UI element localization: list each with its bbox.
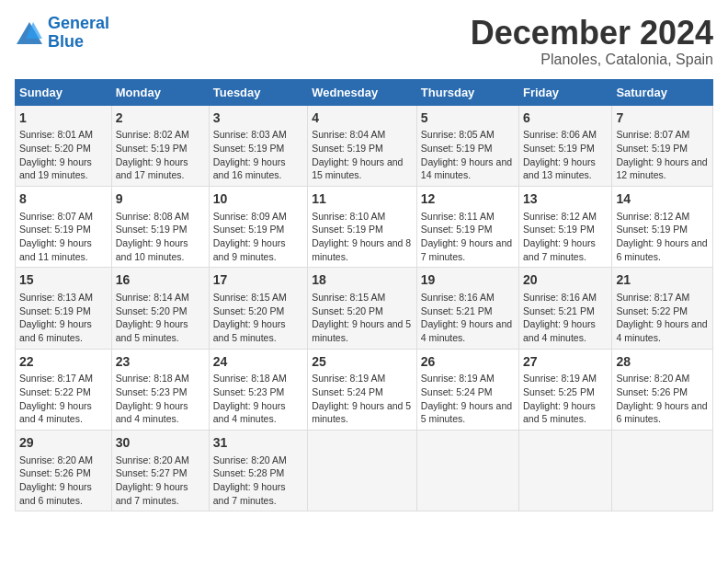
week-row-4: 22Sunrise: 8:17 AMSunset: 5:22 PMDayligh… [16, 349, 713, 430]
table-row: 3Sunrise: 8:03 AMSunset: 5:19 PMDaylight… [209, 105, 307, 186]
table-row: 21Sunrise: 8:17 AMSunset: 5:22 PMDayligh… [612, 268, 713, 349]
table-row: 19Sunrise: 8:16 AMSunset: 5:21 PMDayligh… [416, 268, 518, 349]
table-row: 24Sunrise: 8:18 AMSunset: 5:23 PMDayligh… [209, 349, 307, 430]
col-wednesday: Wednesday [308, 79, 417, 105]
table-row: 27Sunrise: 8:19 AMSunset: 5:25 PMDayligh… [519, 349, 612, 430]
col-monday: Monday [111, 79, 209, 105]
subtitle: Planoles, Catalonia, Spain [471, 52, 713, 68]
table-row: 28Sunrise: 8:20 AMSunset: 5:26 PMDayligh… [612, 349, 713, 430]
logo-line1: General [48, 14, 109, 32]
week-row-3: 15Sunrise: 8:13 AMSunset: 5:19 PMDayligh… [16, 268, 713, 349]
table-row: 22Sunrise: 8:17 AMSunset: 5:22 PMDayligh… [16, 349, 112, 430]
table-row: 1Sunrise: 8:01 AMSunset: 5:20 PMDaylight… [16, 105, 112, 186]
table-row: 20Sunrise: 8:16 AMSunset: 5:21 PMDayligh… [519, 268, 612, 349]
table-row [612, 430, 713, 511]
table-row: 10Sunrise: 8:09 AMSunset: 5:19 PMDayligh… [209, 186, 307, 267]
logo-line2: Blue [48, 32, 84, 51]
table-row: 23Sunrise: 8:18 AMSunset: 5:23 PMDayligh… [111, 349, 209, 430]
col-tuesday: Tuesday [209, 79, 307, 105]
table-row: 12Sunrise: 8:11 AMSunset: 5:19 PMDayligh… [416, 186, 518, 267]
table-row: 5Sunrise: 8:05 AMSunset: 5:19 PMDaylight… [416, 105, 518, 186]
page-header: General Blue December 2024 Planoles, Cat… [15, 15, 713, 68]
table-row [416, 430, 518, 511]
table-row [308, 430, 417, 511]
table-row: 2Sunrise: 8:02 AMSunset: 5:19 PMDaylight… [111, 105, 209, 186]
main-title: December 2024 [471, 15, 713, 52]
table-row: 16Sunrise: 8:14 AMSunset: 5:20 PMDayligh… [111, 268, 209, 349]
table-row: 15Sunrise: 8:13 AMSunset: 5:19 PMDayligh… [16, 268, 112, 349]
col-sunday: Sunday [16, 79, 112, 105]
title-block: December 2024 Planoles, Catalonia, Spain [471, 15, 713, 68]
table-row: 17Sunrise: 8:15 AMSunset: 5:20 PMDayligh… [209, 268, 307, 349]
table-row: 31Sunrise: 8:20 AMSunset: 5:28 PMDayligh… [209, 430, 307, 511]
col-friday: Friday [519, 79, 612, 105]
table-row: 4Sunrise: 8:04 AMSunset: 5:19 PMDaylight… [308, 105, 417, 186]
table-row [519, 430, 612, 511]
table-row: 14Sunrise: 8:12 AMSunset: 5:19 PMDayligh… [612, 186, 713, 267]
table-row: 9Sunrise: 8:08 AMSunset: 5:19 PMDaylight… [111, 186, 209, 267]
table-row: 29Sunrise: 8:20 AMSunset: 5:26 PMDayligh… [16, 430, 112, 511]
table-row: 26Sunrise: 8:19 AMSunset: 5:24 PMDayligh… [416, 349, 518, 430]
table-row: 25Sunrise: 8:19 AMSunset: 5:24 PMDayligh… [308, 349, 417, 430]
table-row: 13Sunrise: 8:12 AMSunset: 5:19 PMDayligh… [519, 186, 612, 267]
table-row: 11Sunrise: 8:10 AMSunset: 5:19 PMDayligh… [308, 186, 417, 267]
calendar-table: Sunday Monday Tuesday Wednesday Thursday… [15, 79, 713, 512]
table-row: 7Sunrise: 8:07 AMSunset: 5:19 PMDaylight… [612, 105, 713, 186]
table-row: 8Sunrise: 8:07 AMSunset: 5:19 PMDaylight… [16, 186, 112, 267]
week-row-2: 8Sunrise: 8:07 AMSunset: 5:19 PMDaylight… [16, 186, 713, 267]
col-thursday: Thursday [416, 79, 518, 105]
week-row-5: 29Sunrise: 8:20 AMSunset: 5:26 PMDayligh… [16, 430, 713, 511]
col-saturday: Saturday [612, 79, 713, 105]
week-row-1: 1Sunrise: 8:01 AMSunset: 5:20 PMDaylight… [16, 105, 713, 186]
logo: General Blue [15, 15, 109, 52]
header-row: Sunday Monday Tuesday Wednesday Thursday… [16, 79, 713, 105]
table-row: 30Sunrise: 8:20 AMSunset: 5:27 PMDayligh… [111, 430, 209, 511]
logo-icon [15, 20, 44, 46]
table-row: 18Sunrise: 8:15 AMSunset: 5:20 PMDayligh… [308, 268, 417, 349]
table-row: 6Sunrise: 8:06 AMSunset: 5:19 PMDaylight… [519, 105, 612, 186]
logo-text: General Blue [48, 15, 109, 52]
